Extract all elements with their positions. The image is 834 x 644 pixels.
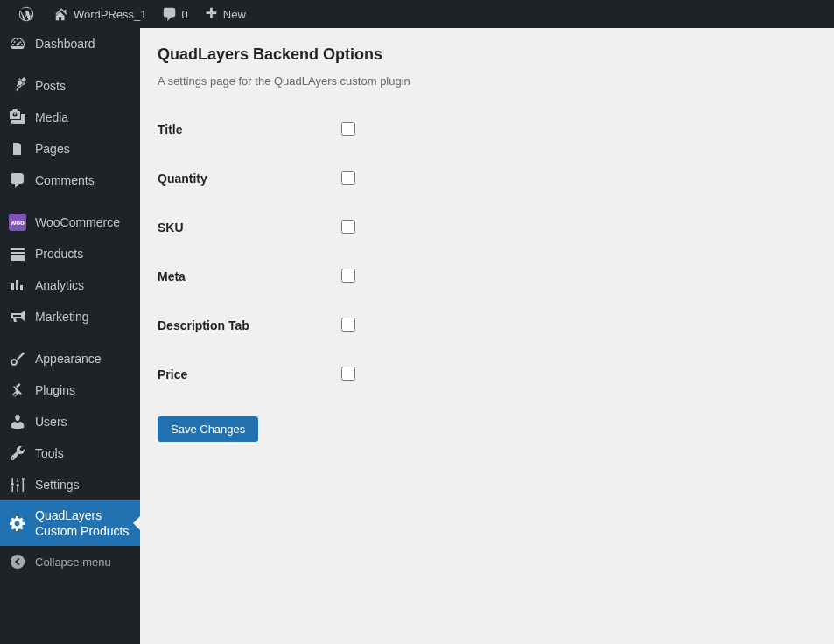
analytics-icon [9,276,26,294]
field-label-meta: Meta [158,252,333,301]
sidebar-item-appearance[interactable]: Appearance [0,343,140,374]
sidebar-item-woocommerce[interactable]: woo WooCommerce [0,206,140,238]
checkbox-meta[interactable] [341,269,355,283]
svg-point-0 [11,555,25,569]
sidebar-item-products[interactable]: Products [0,238,140,270]
comments-button[interactable]: 0 [154,0,195,28]
dashboard-icon [9,35,26,52]
media-icon [9,108,26,126]
sidebar-item-settings[interactable]: Settings [0,469,140,500]
sidebar-item-marketing[interactable]: Marketing [0,301,140,332]
sidebar-item-label: Plugins [35,382,131,398]
comment-icon [161,5,179,23]
field-label-quantity: Quantity [158,154,333,203]
comments-count-label: 0 [182,8,188,21]
sidebar-item-label: Dashboard [35,36,131,52]
checkbox-quantity[interactable] [341,171,355,185]
new-label: New [223,8,246,21]
plus-icon [202,5,220,23]
sidebar-item-quadlayers[interactable]: QuadLayers Custom Products [0,500,140,546]
brush-icon [9,350,26,368]
checkbox-title[interactable] [341,122,355,136]
site-home-button[interactable]: WordPRess_1 [46,0,154,28]
sidebar-item-label: Products [35,246,131,262]
new-content-button[interactable]: New [195,0,253,28]
admin-sidebar: Dashboard Posts Media Pages Comments woo… [0,28,140,644]
gear-icon [9,514,26,532]
sidebar-item-label: Analytics [35,277,131,293]
sidebar-item-media[interactable]: Media [0,102,140,133]
collapse-menu-button[interactable]: Collapse menu [0,546,140,578]
sidebar-item-comments[interactable]: Comments [0,164,140,196]
sidebar-item-label: Media [35,109,131,125]
field-label-sku: SKU [158,203,333,252]
sidebar-item-label: Marketing [35,309,131,325]
checkbox-description-tab[interactable] [341,318,355,332]
sidebar-item-dashboard[interactable]: Dashboard [0,28,140,60]
settings-form-table: Title Quantity SKU Meta Description Tab … [158,105,816,399]
plug-icon [9,382,26,399]
site-name-label: WordPRess_1 [74,8,147,21]
page-title: QuadLayers Backend Options [158,46,816,64]
wordpress-logo-icon [18,5,35,23]
sidebar-item-label: Settings [35,477,131,493]
wrench-icon [9,444,26,462]
sidebar-item-label: Appearance [35,351,131,367]
sidebar-item-posts[interactable]: Posts [0,70,140,102]
sliders-icon [9,476,26,494]
pin-icon [9,77,26,94]
sidebar-item-label: Comments [35,172,131,188]
menu-separator [0,60,140,70]
collapse-icon [9,553,26,570]
megaphone-icon [9,308,26,326]
menu-separator [0,332,140,343]
user-icon [9,413,26,430]
save-changes-button[interactable]: Save Changes [158,416,258,442]
home-icon [53,5,70,23]
sidebar-item-label: Posts [35,78,131,94]
sidebar-item-label: Pages [35,141,131,157]
sidebar-item-label: Users [35,414,131,430]
sidebar-item-label: WooCommerce [35,214,131,230]
checkbox-sku[interactable] [341,220,355,234]
products-icon [9,245,26,262]
sidebar-item-tools[interactable]: Tools [0,438,140,469]
sidebar-item-analytics[interactable]: Analytics [0,270,140,301]
sidebar-item-label: Tools [35,445,131,461]
checkbox-price[interactable] [341,367,355,381]
field-label-price: Price [158,350,333,399]
main-content: QuadLayers Backend Options A settings pa… [140,28,834,644]
menu-separator [0,196,140,206]
field-label-title: Title [158,105,333,154]
admin-bar: WordPRess_1 0 New [0,0,834,28]
page-description: A settings page for the QuadLAyers custo… [158,74,816,88]
collapse-menu-label: Collapse menu [35,556,111,569]
sidebar-item-plugins[interactable]: Plugins [0,374,140,406]
wp-logo-button[interactable] [11,0,46,28]
sidebar-item-users[interactable]: Users [0,406,140,438]
page-icon [9,140,26,158]
comment-icon [9,172,26,189]
sidebar-item-label: QuadLayers Custom Products [35,508,131,539]
sidebar-item-pages[interactable]: Pages [0,133,140,164]
woo-icon: woo [9,214,26,231]
field-label-description-tab: Description Tab [158,301,333,350]
